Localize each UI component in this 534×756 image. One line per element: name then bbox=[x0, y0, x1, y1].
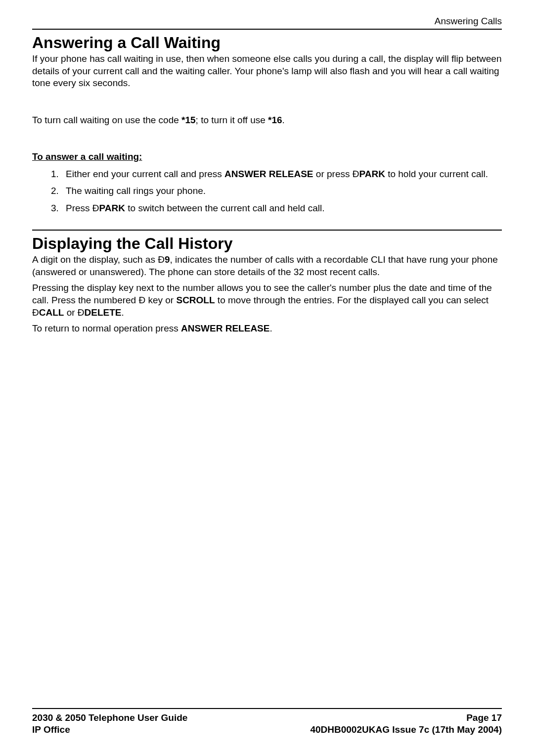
text: A digit on the display, such as Ð bbox=[32, 254, 165, 265]
code-off: *16 bbox=[268, 115, 282, 125]
call-label: CALL bbox=[39, 307, 64, 318]
header-rule bbox=[32, 29, 502, 30]
step-num: 1. bbox=[51, 168, 59, 181]
scroll-label: SCROLL bbox=[176, 295, 215, 305]
step-1: 1. Either end your current call and pres… bbox=[51, 168, 502, 181]
code-on: *15 bbox=[181, 115, 196, 125]
text: . bbox=[269, 323, 272, 333]
footer-right-1: Page 17 bbox=[466, 712, 502, 724]
park-label: PARK bbox=[99, 203, 125, 213]
step-3: 3. Press ÐPARK to switch between the cur… bbox=[51, 202, 502, 215]
text: to hold your current call. bbox=[385, 169, 488, 179]
section-divider bbox=[32, 230, 502, 231]
footer-rule bbox=[32, 708, 502, 709]
footer-right-2: 40DHB0002UKAG Issue 7c (17th May 2004) bbox=[310, 724, 502, 736]
steps-list: 1. Either end your current call and pres… bbox=[32, 168, 502, 215]
answer-release-label: ANSWER RELEASE bbox=[181, 323, 269, 333]
step-num: 2. bbox=[51, 185, 59, 197]
section1-subheading: To answer a call waiting: bbox=[32, 151, 502, 162]
header-section-label: Answering Calls bbox=[32, 16, 502, 27]
section1-para1: If your phone has call waiting in use, t… bbox=[32, 53, 502, 90]
footer-left-1: 2030 & 2050 Telephone User Guide bbox=[32, 712, 187, 724]
text: ; to turn it off use bbox=[196, 115, 268, 125]
text: Either end your current call and press bbox=[66, 169, 224, 179]
text: Press Ð bbox=[66, 203, 99, 213]
text: To turn call waiting on use the code bbox=[32, 115, 181, 125]
section2-para1: A digit on the display, such as Ð9, indi… bbox=[32, 254, 502, 278]
step-num: 3. bbox=[51, 202, 59, 215]
section2-para2: Pressing the display key next to the num… bbox=[32, 282, 502, 319]
text: . bbox=[122, 307, 124, 318]
digit-9: 9 bbox=[165, 254, 170, 265]
answer-release-label: ANSWER RELEASE bbox=[224, 169, 313, 179]
text: or press Ð bbox=[313, 169, 359, 179]
text: To return to normal operation press bbox=[32, 323, 181, 333]
text: to switch between the current call and h… bbox=[125, 203, 324, 213]
text: The waiting call rings your phone. bbox=[66, 186, 206, 196]
text: or Ð bbox=[64, 307, 84, 318]
section1-title: Answering a Call Waiting bbox=[32, 34, 502, 52]
section2-title: Displaying the Call History bbox=[32, 235, 502, 253]
section2-para3: To return to normal operation press ANSW… bbox=[32, 323, 502, 335]
footer-left-2: IP Office bbox=[32, 724, 70, 736]
delete-label: DELETE bbox=[85, 307, 122, 318]
text: . bbox=[282, 115, 285, 125]
park-label: PARK bbox=[359, 169, 385, 179]
page-footer: 2030 & 2050 Telephone User Guide Page 17… bbox=[32, 708, 502, 736]
step-2: 2. The waiting call rings your phone. bbox=[51, 185, 502, 197]
section1-para2: To turn call waiting on use the code *15… bbox=[32, 114, 502, 127]
